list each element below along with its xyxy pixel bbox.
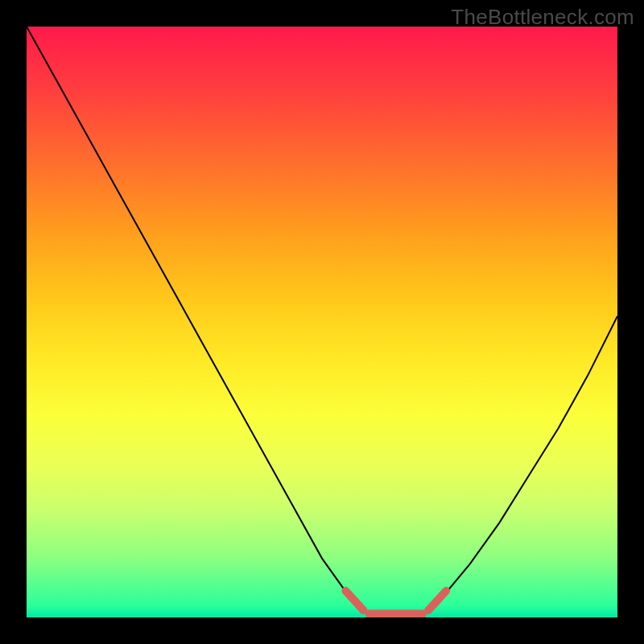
highlight-left-tick xyxy=(345,591,363,610)
highlight-right-tick xyxy=(428,591,446,610)
bottleneck-curve xyxy=(27,27,617,614)
chart-svg xyxy=(27,27,617,617)
plot-area xyxy=(27,27,617,617)
outer-frame: TheBottleneck.com xyxy=(0,0,644,644)
